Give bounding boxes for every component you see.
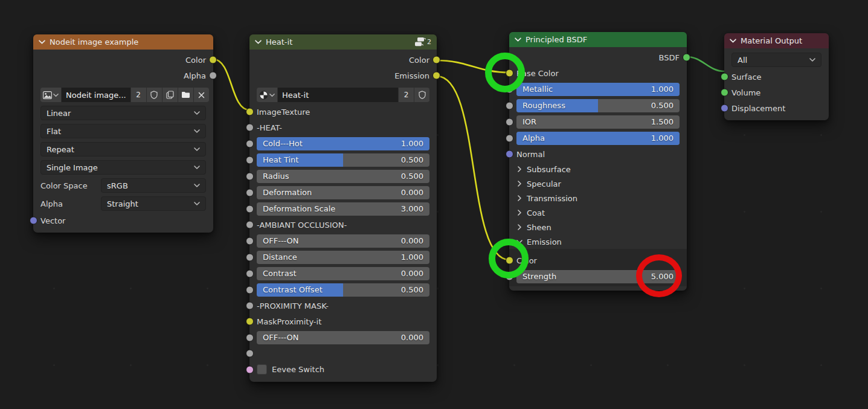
gray-socket[interactable]	[246, 205, 254, 213]
section-coat[interactable]: Coat	[509, 205, 687, 220]
gray-socket[interactable]	[246, 156, 254, 164]
node-header-material-output[interactable]: Material Output	[724, 33, 829, 48]
principled-bsdf-color-socket[interactable]	[506, 257, 513, 265]
material-output-displacement-socket[interactable]	[721, 105, 728, 112]
gray-socket[interactable]	[506, 101, 513, 109]
image-name-field[interactable]: Nodeit image...	[62, 88, 130, 102]
heat-it-emission-socket[interactable]	[432, 72, 440, 80]
chevron-right-icon[interactable]	[516, 195, 522, 201]
output-color: Color	[249, 52, 437, 68]
slider-heat-tint[interactable]: Heat Tint0.500	[257, 153, 429, 167]
chevron-right-icon[interactable]	[516, 181, 522, 187]
nodeit-image-example-vector-socket[interactable]	[30, 217, 37, 225]
slider-value: 1.000	[401, 139, 423, 148]
node-nodeit-image-example[interactable]: Nodeit image exampleColorAlphaNodeit ima…	[33, 34, 213, 233]
duplicate-icon[interactable]	[162, 88, 178, 102]
slider-ior[interactable]: IOR1.500	[516, 115, 680, 129]
slider-deformation-scale[interactable]: Deformation Scale3.000	[257, 202, 429, 216]
image-icon[interactable]	[40, 88, 61, 102]
unnamed-input-row	[249, 346, 437, 361]
gray-socket[interactable]	[506, 85, 513, 93]
section-sheen[interactable]: Sheen	[509, 220, 687, 234]
input-label: ImageTexture	[257, 108, 310, 117]
slider-metallic[interactable]: Metallic1.000	[516, 83, 680, 96]
pink-socket[interactable]	[246, 366, 254, 373]
dropdown-value: Single Image	[47, 163, 98, 172]
node-material-output[interactable]: Material OutputAllSurfaceVolumeDisplacem…	[724, 33, 829, 120]
principled-bsdf-bsdf-socket[interactable]	[683, 54, 690, 62]
chevron-down-icon[interactable]	[516, 239, 522, 245]
nodeit-image-example-alpha-socket[interactable]	[209, 72, 217, 80]
folder-icon[interactable]	[178, 88, 193, 102]
principled-bsdf-normal-socket[interactable]	[506, 150, 513, 158]
dropdown-srgb[interactable]: sRGB	[101, 178, 206, 193]
dropdown-repeat[interactable]: Repeat	[40, 142, 206, 156]
material-output-surface-socket[interactable]	[721, 73, 728, 81]
image-users-button[interactable]: 2	[131, 88, 146, 102]
principled-bsdf-base-color-socket[interactable]	[506, 69, 513, 77]
section-transmission[interactable]: Transmission	[509, 191, 687, 205]
gray-socket[interactable]	[506, 272, 513, 280]
node-header-principled-bsdf[interactable]: Principled BSDF	[509, 32, 687, 47]
slider-radius[interactable]: Radius0.500	[257, 170, 429, 183]
slider-contrast-offset[interactable]: Contrast Offset0.500	[257, 283, 429, 297]
close-icon[interactable]	[194, 88, 209, 102]
dropdown-single-image[interactable]: Single Image	[40, 160, 206, 175]
node-header-nodeit-image-example[interactable]: Nodeit image example	[33, 34, 213, 50]
slider-strength[interactable]: Strength5.000	[516, 270, 680, 283]
chevron-right-icon[interactable]	[516, 210, 522, 216]
gray-socket[interactable]	[246, 237, 254, 245]
nodeit-image-example-color-socket[interactable]	[209, 56, 217, 64]
gray-socket[interactable]	[246, 286, 254, 294]
gray-socket[interactable]	[506, 118, 513, 126]
group-name-field[interactable]: Heat-it	[278, 88, 398, 102]
slider-roughness[interactable]: Roughness0.500	[516, 99, 680, 112]
node-body-material-output: AllSurfaceVolumeDisplacement	[724, 48, 829, 120]
slider-alpha[interactable]: Alpha1.000	[516, 132, 680, 145]
section-subsurface[interactable]: Subsurface	[509, 162, 687, 176]
section-specular[interactable]: Specular	[509, 176, 687, 191]
gray-socket[interactable]	[246, 350, 254, 358]
gray-socket[interactable]	[246, 269, 254, 277]
dropdown-straight[interactable]: Straight	[101, 196, 206, 211]
slider-deformation[interactable]: Deformation0.000	[257, 186, 429, 199]
shield-icon[interactable]	[147, 88, 162, 102]
checkbox-unchecked[interactable]	[257, 364, 267, 375]
gray-socket[interactable]	[246, 253, 254, 261]
collapse-chevron-icon[interactable]	[39, 39, 45, 45]
slider-off-on[interactable]: OFF---ON0.000	[257, 331, 429, 344]
material-output-volume-socket[interactable]	[721, 89, 728, 97]
slider-distance[interactable]: Distance1.000	[257, 251, 429, 264]
node-group-icon[interactable]	[257, 88, 277, 102]
gray-socket[interactable]	[246, 188, 254, 196]
node-header-heat-it[interactable]: Heat-it2	[249, 34, 437, 50]
slider-cold-hot[interactable]: Cold---Hot1.000	[257, 137, 429, 150]
slider-contrast[interactable]: Contrast0.000	[257, 267, 429, 280]
chevron-right-icon[interactable]	[516, 224, 522, 230]
collapse-chevron-icon[interactable]	[255, 39, 262, 45]
node-editor-canvas[interactable]: Nodeit image exampleColorAlphaNodeit ima…	[0, 0, 868, 409]
heat-it--heat--socket[interactable]	[246, 124, 254, 132]
collapse-chevron-icon[interactable]	[515, 36, 521, 43]
dropdown-linear[interactable]: Linear	[40, 106, 206, 120]
group-users-button[interactable]: 2	[399, 88, 414, 102]
dropdown-flat[interactable]: Flat	[40, 124, 206, 138]
heat-it-imagetexture-socket[interactable]	[246, 108, 254, 116]
chevron-right-icon[interactable]	[516, 166, 522, 172]
gray-socket[interactable]	[246, 333, 254, 341]
slider-off-on[interactable]: OFF---ON0.000	[257, 234, 429, 248]
gray-socket[interactable]	[246, 172, 254, 180]
collapse-chevron-icon[interactable]	[730, 37, 736, 44]
heat-it--ambiant-occlusion--socket[interactable]	[246, 221, 254, 229]
node-principled-bsdf[interactable]: Principled BSDFBSDFBase ColorMetallic1.0…	[509, 32, 687, 291]
shield-icon[interactable]	[414, 88, 429, 102]
section-emission[interactable]: Emission	[509, 234, 687, 249]
heat-it-maskproximity-it-socket[interactable]	[246, 318, 254, 326]
heat-it--proximity-mask--socket[interactable]	[246, 302, 254, 310]
gray-socket[interactable]	[246, 140, 254, 147]
dropdown-all[interactable]: All	[731, 53, 821, 67]
input-imagetexture: ImageTexture	[249, 104, 437, 120]
gray-socket[interactable]	[506, 134, 513, 142]
heat-it-color-socket[interactable]	[432, 56, 440, 64]
node-heat-it[interactable]: Heat-it2ColorEmissionHeat-it2ImageTextur…	[249, 34, 437, 382]
